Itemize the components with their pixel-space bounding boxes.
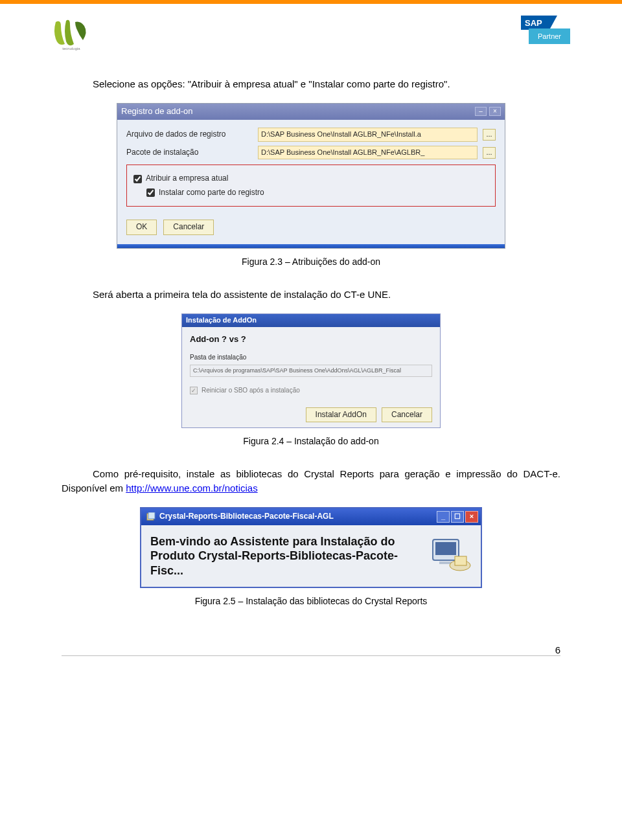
addon-registration-dialog: Registro de add-on – × Arquivo de dados … bbox=[117, 103, 505, 249]
paragraph-1: Selecione as opções: "Atribuir à empresa… bbox=[62, 77, 560, 91]
page-accent-bar bbox=[0, 0, 622, 4]
text: Selecione as opções: bbox=[93, 78, 188, 89]
page-header: tecnologia SAP Partner bbox=[0, 16, 622, 58]
sap-partner-logo: SAP Partner bbox=[521, 16, 570, 47]
svg-text:Partner: Partner bbox=[538, 32, 561, 40]
install-folder-input[interactable]: C:\Arquivos de programas\SAP\SAP Busines… bbox=[190, 365, 432, 377]
text: Bem-vindo ao Assistente para Instalação … bbox=[150, 535, 395, 548]
close-icon[interactable]: × bbox=[489, 107, 501, 116]
text: Produto Crystal-Reports-Bibliotecas-Paco… bbox=[150, 549, 398, 577]
svg-text:SAP: SAP bbox=[525, 18, 542, 28]
text: e bbox=[298, 78, 309, 89]
install-package-label: Pacote de instalação bbox=[126, 147, 253, 158]
svg-rect-8 bbox=[435, 542, 456, 555]
cancel-button[interactable]: Cancelar bbox=[163, 220, 214, 234]
minimize-icon[interactable]: _ bbox=[437, 511, 450, 523]
svg-rect-6 bbox=[148, 512, 155, 519]
assign-company-checkbox[interactable] bbox=[133, 175, 142, 183]
install-folder-label: Pasta de instalação bbox=[190, 353, 432, 363]
text: "Atribuir à empresa atual" bbox=[188, 78, 298, 89]
installer-graphic-icon bbox=[430, 537, 472, 574]
install-package-input[interactable]: D:\SAP Business One\Install AGLBR_NFe\AG… bbox=[258, 146, 478, 160]
svg-text:tecnologia: tecnologia bbox=[62, 47, 80, 51]
addon-install-dialog: Instalação de AddOn Add-on ? vs ? Pasta … bbox=[181, 313, 441, 428]
registry-file-input[interactable]: D:\SAP Business One\Install AGLBR_NFe\In… bbox=[258, 128, 478, 142]
figure-caption-24: Figura 2.4 – Instalação do add-on bbox=[62, 435, 560, 448]
dialog-titlebar: Registro de add-on – × bbox=[117, 104, 505, 120]
addon-install-header: Add-on ? vs ? bbox=[190, 334, 432, 346]
page-content: Selecione as opções: "Atribuir à empresa… bbox=[0, 58, 622, 608]
restart-sbo-checkbox: ✓ bbox=[190, 387, 198, 394]
maximize-icon[interactable]: ☐ bbox=[451, 511, 464, 523]
svg-rect-11 bbox=[455, 556, 466, 565]
browse-button[interactable]: ... bbox=[483, 129, 496, 141]
dialog-footer-strip bbox=[117, 244, 505, 248]
dialog-title: Crystal-Reports-Bibliotecas-Pacote-Fisca… bbox=[159, 511, 334, 522]
figure-caption-23: Figura 2.3 – Atribuições do add-on bbox=[62, 255, 560, 268]
registry-file-label: Arquivo de dados de registro bbox=[126, 129, 253, 140]
install-as-part-checkbox[interactable] bbox=[146, 188, 155, 197]
une-logo: tecnologia bbox=[52, 16, 91, 51]
browse-button[interactable]: ... bbox=[483, 147, 496, 159]
footer-divider bbox=[62, 655, 560, 656]
dialog-title: Registro de add-on bbox=[121, 106, 193, 118]
dialog-titlebar: Crystal-Reports-Bibliotecas-Pacote-Fisca… bbox=[141, 508, 481, 525]
text: . bbox=[447, 78, 450, 89]
restart-sbo-label: Reiniciar o SBO após a instalação bbox=[202, 386, 300, 396]
installer-icon bbox=[146, 512, 156, 521]
cancel-button[interactable]: Cancelar bbox=[382, 407, 432, 422]
figure-caption-25: Figura 2.5 – Instalação das bibliotecas … bbox=[62, 595, 560, 607]
close-icon[interactable]: × bbox=[465, 511, 478, 523]
welcome-text: Bem-vindo ao Assistente para Instalação … bbox=[150, 534, 421, 578]
noticias-link[interactable]: http://www.une.com.br/noticias bbox=[126, 482, 257, 494]
page-number: 6 bbox=[62, 644, 560, 655]
paragraph-2: Será aberta a primeira tela do assistent… bbox=[62, 288, 560, 302]
install-addon-button[interactable]: Instalar AddOn bbox=[306, 407, 376, 422]
assign-company-label: Atribuir a empresa atual bbox=[146, 173, 228, 184]
install-as-part-label: Instalar como parte do registro bbox=[159, 187, 264, 198]
text: "Instalar como parte do registro" bbox=[308, 78, 447, 89]
dialog-title: Instalação de AddOn bbox=[182, 314, 440, 327]
highlighted-checkbox-group: Atribuir a empresa atual Instalar como p… bbox=[126, 165, 496, 207]
crystal-reports-installer-dialog: Crystal-Reports-Bibliotecas-Pacote-Fisca… bbox=[140, 507, 482, 589]
minimize-icon[interactable]: – bbox=[475, 107, 487, 116]
ok-button[interactable]: OK bbox=[126, 220, 157, 234]
paragraph-3: Como pré-requisito, instale as bibliotec… bbox=[62, 467, 560, 495]
page-footer: 6 bbox=[0, 644, 622, 675]
